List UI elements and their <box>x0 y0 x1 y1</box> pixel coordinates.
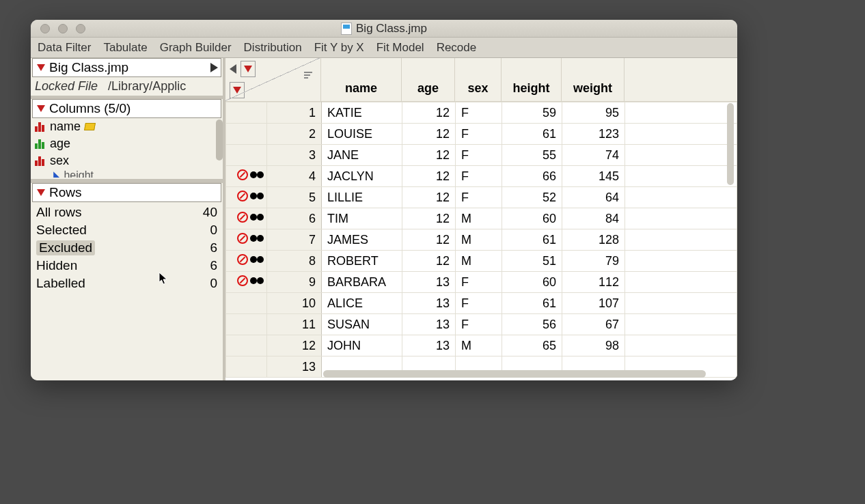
menu-item-distribution[interactable]: Distribution <box>244 41 302 55</box>
row-number-cell[interactable]: 5 <box>267 187 322 208</box>
table-row[interactable]: 3JANE12F5574 <box>226 145 737 166</box>
row-state-cell[interactable] <box>226 145 267 166</box>
row-number-cell[interactable]: 3 <box>267 145 322 166</box>
menu-item-fit-model[interactable]: Fit Model <box>376 41 424 55</box>
rows-all[interactable]: All rows 40 <box>36 204 217 221</box>
cell-age[interactable]: 12 <box>402 187 456 208</box>
column-header-weight[interactable]: weight <box>562 58 624 101</box>
run-script-icon[interactable] <box>210 63 218 72</box>
rows-labelled[interactable]: Labelled 0 <box>36 275 217 292</box>
horizontal-scrollbar[interactable] <box>323 370 706 378</box>
cell-name[interactable]: SUSAN <box>322 314 402 335</box>
zoom-window-button[interactable] <box>76 24 85 33</box>
cell-sex[interactable]: F <box>456 272 502 293</box>
cell-weight[interactable]: 79 <box>562 251 625 272</box>
row-number-cell[interactable]: 6 <box>267 208 322 229</box>
cell-sex[interactable]: M <box>456 251 502 272</box>
menu-item-fit-y-by-x[interactable]: Fit Y by X <box>314 41 364 55</box>
cell-name[interactable]: JANE <box>322 145 402 166</box>
columns-panel-header[interactable]: Columns (5/0) <box>32 99 221 118</box>
cell-height[interactable]: 56 <box>502 314 562 335</box>
minimize-window-button[interactable] <box>58 24 68 33</box>
cell-height[interactable]: 52 <box>502 187 562 208</box>
cell-sex[interactable]: F <box>456 124 502 145</box>
columns-menu-icon[interactable] <box>244 66 252 72</box>
row-number-cell[interactable]: 11 <box>267 314 322 335</box>
menu-item-graph-builder[interactable]: Graph Builder <box>160 41 232 55</box>
close-window-button[interactable] <box>40 24 50 33</box>
row-number-cell[interactable]: 8 <box>267 251 322 272</box>
cell-name[interactable]: JAMES <box>322 229 402 251</box>
vertical-scrollbar[interactable] <box>727 103 734 185</box>
cell-name[interactable]: JOHN <box>322 335 402 356</box>
column-header-name[interactable]: name <box>321 58 402 101</box>
column-header-age[interactable]: age <box>402 58 455 101</box>
cell-height[interactable]: 66 <box>502 166 562 187</box>
menu-item-tabulate[interactable]: Tabulate <box>103 41 147 55</box>
row-number-cell[interactable]: 2 <box>267 124 322 145</box>
cell-name[interactable]: JACLYN <box>322 166 402 187</box>
cell-height[interactable]: 51 <box>502 251 562 272</box>
table-row[interactable]: 10ALICE13F61107 <box>226 293 737 314</box>
cell-age[interactable]: 13 <box>402 314 456 335</box>
cell-name[interactable]: ROBERT <box>322 251 402 272</box>
cell-weight[interactable]: 64 <box>562 187 625 208</box>
row-state-cell[interactable] <box>226 314 267 335</box>
table-row[interactable]: 5LILLIE12F5264 <box>226 187 737 208</box>
row-number-cell[interactable]: 13 <box>267 356 322 378</box>
disclosure-icon[interactable] <box>37 189 45 196</box>
cell-age[interactable]: 12 <box>402 145 456 166</box>
column-header-height[interactable]: height <box>502 58 562 101</box>
cell-age[interactable]: 12 <box>402 166 456 187</box>
cell-name[interactable]: LILLIE <box>322 187 402 208</box>
table-row[interactable]: 12JOHN13M6598 <box>226 335 737 356</box>
table-row[interactable]: 6TIM12M6084 <box>226 208 737 229</box>
row-state-cell[interactable] <box>226 102 267 124</box>
cell-height[interactable]: 61 <box>502 229 562 251</box>
cell-sex[interactable]: F <box>456 166 502 187</box>
row-state-cell[interactable] <box>226 335 267 356</box>
cell-age[interactable]: 12 <box>402 229 456 251</box>
cell-age[interactable]: 12 <box>402 251 456 272</box>
disclosure-icon[interactable] <box>37 105 45 112</box>
column-header-sex[interactable]: sex <box>455 58 502 101</box>
row-number-cell[interactable]: 9 <box>267 272 322 293</box>
cell-height[interactable]: 61 <box>502 124 562 145</box>
rows-selected[interactable]: Selected 0 <box>36 221 217 239</box>
cell-weight[interactable]: 95 <box>562 102 625 124</box>
menu-item-recode[interactable]: Recode <box>437 41 477 55</box>
grid-corner[interactable] <box>225 58 321 101</box>
rows-panel-header[interactable]: Rows <box>32 183 221 202</box>
table-row[interactable]: 2LOUISE12F61123 <box>226 124 737 145</box>
cell-weight[interactable]: 98 <box>562 335 625 356</box>
row-state-cell[interactable] <box>226 272 267 293</box>
row-state-cell[interactable] <box>226 293 267 314</box>
cell-age[interactable]: 13 <box>402 272 456 293</box>
cell-height[interactable]: 60 <box>502 208 562 229</box>
cell-height[interactable]: 55 <box>502 145 562 166</box>
row-number-cell[interactable]: 1 <box>267 102 322 124</box>
disclosure-icon[interactable] <box>37 64 45 71</box>
table-row[interactable]: 8ROBERT12M5179 <box>226 251 737 272</box>
table-row[interactable]: 11SUSAN13F5667 <box>226 314 737 335</box>
cell-weight[interactable]: 145 <box>562 166 625 187</box>
cell-weight[interactable]: 67 <box>562 314 625 335</box>
arrow-left-icon[interactable] <box>230 64 236 74</box>
column-item-age[interactable]: age <box>35 135 219 152</box>
row-state-cell[interactable] <box>226 229 267 251</box>
cell-weight[interactable]: 123 <box>562 124 625 145</box>
row-state-cell[interactable] <box>226 187 267 208</box>
table-row[interactable]: 7JAMES12M61128 <box>226 229 737 251</box>
table-panel-header[interactable]: Big Class.jmp <box>32 58 221 77</box>
cell-height[interactable]: 60 <box>502 272 562 293</box>
cell-sex[interactable]: M <box>456 335 502 356</box>
cell-age[interactable]: 12 <box>402 102 456 124</box>
columns-scrollbar[interactable] <box>216 120 223 160</box>
column-item-sex[interactable]: sex <box>35 152 219 169</box>
row-state-cell[interactable] <box>226 208 267 229</box>
cell-sex[interactable]: F <box>456 187 502 208</box>
cell-name[interactable]: LOUISE <box>322 124 402 145</box>
cell-name[interactable]: KATIE <box>322 102 402 124</box>
rows-menu-icon[interactable] <box>233 87 241 94</box>
column-item-name[interactable]: name <box>35 118 219 135</box>
